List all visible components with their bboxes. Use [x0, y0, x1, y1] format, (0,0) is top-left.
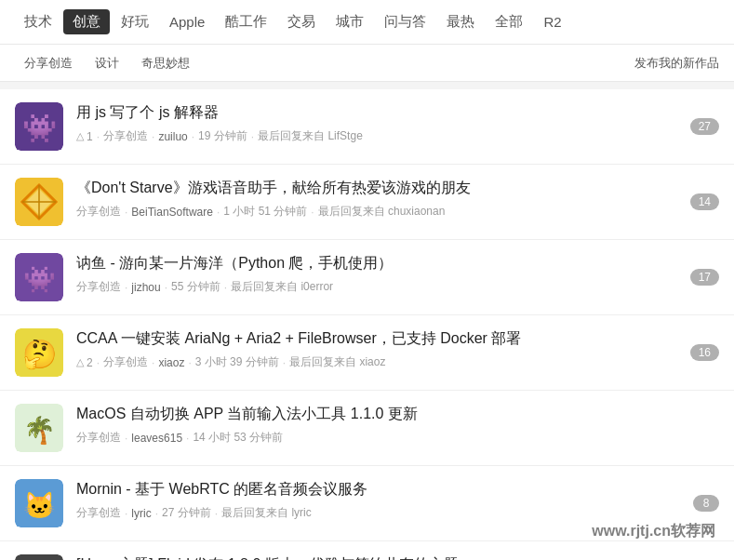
post-last-reply: 最后回复来自 chuxiaonan	[318, 204, 446, 220]
post-thumb: 🐱	[15, 479, 63, 527]
post-last-reply: 最后回复来自 xiaoz	[289, 354, 385, 370]
svg-rect-15	[15, 554, 63, 560]
post-title[interactable]: Mornin - 基于 WebRTC 的匿名音频会议服务	[76, 479, 719, 500]
post-time: 55 分钟前	[171, 279, 220, 295]
post-meta: 分享创造·BeiTianSoftware·1 小时 51 分钟前·最后回复来自 …	[76, 204, 719, 220]
post-title[interactable]: MacOS 自动切换 APP 当前输入法小工具 1.1.0 更新	[76, 404, 719, 424]
post-content: CCAA 一键安装 AriaNg + Aria2 + FileBrowser，已…	[76, 328, 719, 370]
post-author[interactable]: leaves615	[131, 432, 182, 445]
post-tag[interactable]: 分享创造	[76, 279, 121, 295]
sub-nav-item-分享创造[interactable]: 分享创造	[15, 51, 82, 75]
post-thumb: 🤔	[15, 328, 63, 377]
post-author[interactable]: xiaoz	[158, 356, 184, 369]
post-time: 14 小时 53 分钟前	[193, 430, 283, 446]
post-item: 《Don't Starve》游戏语音助手，献给所有热爱该游戏的朋友分享创造·Be…	[0, 165, 734, 240]
sub-nav-item-设计[interactable]: 设计	[86, 51, 128, 75]
vote-count[interactable]: △ 2	[76, 356, 93, 369]
svg-text:🐱: 🐱	[23, 490, 56, 521]
post-tag[interactable]: 分享创造	[103, 128, 148, 144]
post-item: 👤 [Hexo 主题] Fluid 发布 1.8.0 版本，优雅与简约共存的主题…	[0, 541, 734, 560]
post-title[interactable]: 《Don't Starve》游戏语音助手，献给所有热爱该游戏的朋友	[76, 178, 719, 198]
post-time: 19 分钟前	[198, 128, 247, 144]
post-content: Mornin - 基于 WebRTC 的匿名音频会议服务分享创造·lyric·2…	[76, 479, 719, 521]
nav-item-最热[interactable]: 最热	[437, 9, 484, 34]
reply-badge: 14	[690, 193, 719, 210]
post-last-reply: 最后回复来自 i0error	[231, 279, 333, 295]
vote-count[interactable]: △ 1	[76, 130, 93, 143]
reply-badge: 8	[693, 495, 719, 512]
post-content: MacOS 自动切换 APP 当前输入法小工具 1.1.0 更新分享创造·lea…	[76, 404, 719, 446]
page-container: 技术创意好玩Apple酷工作交易城市问与答最热全部R2 分享创造设计奇思妙想 发…	[0, 0, 734, 560]
post-tag[interactable]: 分享创造	[76, 204, 121, 220]
post-content: [Hexo 主题] Fluid 发布 1.8.0 版本，优雅与简约共存的主题分享…	[76, 554, 719, 560]
post-title[interactable]: [Hexo 主题] Fluid 发布 1.8.0 版本，优雅与简约共存的主题	[76, 554, 719, 560]
post-meta: △ 1·分享创造·zuiluo·19 分钟前·最后回复来自 LifStge	[76, 128, 719, 144]
post-item: 🐱 Mornin - 基于 WebRTC 的匿名音频会议服务分享创造·lyric…	[0, 466, 734, 541]
svg-text:🤔: 🤔	[22, 338, 58, 371]
post-tag[interactable]: 分享创造	[76, 430, 121, 446]
post-content: 《Don't Starve》游戏语音助手，献给所有热爱该游戏的朋友分享创造·Be…	[76, 178, 719, 220]
reply-badge: 16	[690, 344, 719, 361]
sub-nav-left: 分享创造设计奇思妙想	[15, 51, 634, 75]
post-thumb: 👾	[15, 102, 63, 151]
top-nav: 技术创意好玩Apple酷工作交易城市问与答最热全部R2	[0, 0, 734, 45]
reply-badge: 17	[690, 269, 719, 286]
post-meta: △ 2·分享创造·xiaoz·3 小时 39 分钟前·最后回复来自 xiaoz	[76, 354, 719, 370]
post-item: 🌴 MacOS 自动切换 APP 当前输入法小工具 1.1.0 更新分享创造·l…	[0, 391, 734, 466]
nav-item-好玩[interactable]: 好玩	[112, 9, 158, 34]
post-author[interactable]: lyric	[131, 507, 151, 520]
nav-item-Apple[interactable]: Apple	[160, 10, 214, 33]
reply-badge: 27	[690, 118, 719, 135]
post-item: 👾 用 js 写了个 js 解释器△ 1·分享创造·zuiluo·19 分钟前·…	[0, 89, 734, 165]
svg-text:👾: 👾	[22, 112, 58, 145]
post-thumb: 👾	[15, 253, 63, 301]
nav-item-R2[interactable]: R2	[534, 10, 570, 33]
nav-item-问与答[interactable]: 问与答	[375, 9, 435, 34]
nav-item-酷工作[interactable]: 酷工作	[216, 9, 276, 34]
post-thumb: 👤	[15, 554, 63, 560]
post-time: 1 小时 51 分钟前	[223, 204, 307, 220]
post-item: 👾 讷鱼 - 游向某一片海洋（Python 爬，手机使用）分享创造·jizhou…	[0, 240, 734, 315]
post-title[interactable]: 用 js 写了个 js 解释器	[76, 102, 719, 123]
post-tag[interactable]: 分享创造	[76, 505, 121, 521]
post-meta: 分享创造·lyric·27 分钟前·最后回复来自 lyric	[76, 505, 719, 521]
sub-nav: 分享创造设计奇思妙想 发布我的新作品	[0, 45, 734, 82]
nav-item-交易[interactable]: 交易	[278, 9, 325, 34]
post-author[interactable]: BeiTianSoftware	[131, 206, 213, 219]
post-thumb	[15, 178, 63, 226]
nav-item-技术[interactable]: 技术	[15, 9, 61, 34]
nav-item-城市[interactable]: 城市	[327, 9, 373, 34]
post-list: 👾 用 js 写了个 js 解释器△ 1·分享创造·zuiluo·19 分钟前·…	[0, 89, 734, 560]
post-meta: 分享创造·leaves615·14 小时 53 分钟前	[76, 430, 719, 446]
post-time: 3 小时 39 分钟前	[195, 354, 279, 370]
post-meta: 分享创造·jizhou·55 分钟前·最后回复来自 i0error	[76, 279, 719, 295]
post-thumb: 🌴	[15, 404, 63, 452]
svg-text:👾: 👾	[23, 264, 56, 295]
post-content: 讷鱼 - 游向某一片海洋（Python 爬，手机使用）分享创造·jizhou·5…	[76, 253, 719, 295]
post-last-reply: 最后回复来自 LifStge	[258, 128, 363, 144]
post-item: 🤔 CCAA 一键安装 AriaNg + Aria2 + FileBrowser…	[0, 315, 734, 391]
post-author[interactable]: zuiluo	[158, 130, 187, 143]
post-title[interactable]: CCAA 一键安装 AriaNg + Aria2 + FileBrowser，已…	[76, 328, 719, 349]
publish-button[interactable]: 发布我的新作品	[634, 55, 719, 72]
post-last-reply: 最后回复来自 lyric	[221, 505, 312, 521]
post-author[interactable]: jizhou	[131, 281, 160, 294]
post-content: 用 js 写了个 js 解释器△ 1·分享创造·zuiluo·19 分钟前·最后…	[76, 102, 719, 144]
post-tag[interactable]: 分享创造	[103, 354, 148, 370]
nav-item-全部[interactable]: 全部	[486, 9, 532, 34]
nav-item-创意[interactable]: 创意	[63, 9, 110, 34]
svg-text:🌴: 🌴	[23, 415, 56, 446]
post-title[interactable]: 讷鱼 - 游向某一片海洋（Python 爬，手机使用）	[76, 253, 719, 273]
sub-nav-item-奇思妙想[interactable]: 奇思妙想	[132, 51, 199, 75]
post-time: 27 分钟前	[162, 505, 211, 521]
